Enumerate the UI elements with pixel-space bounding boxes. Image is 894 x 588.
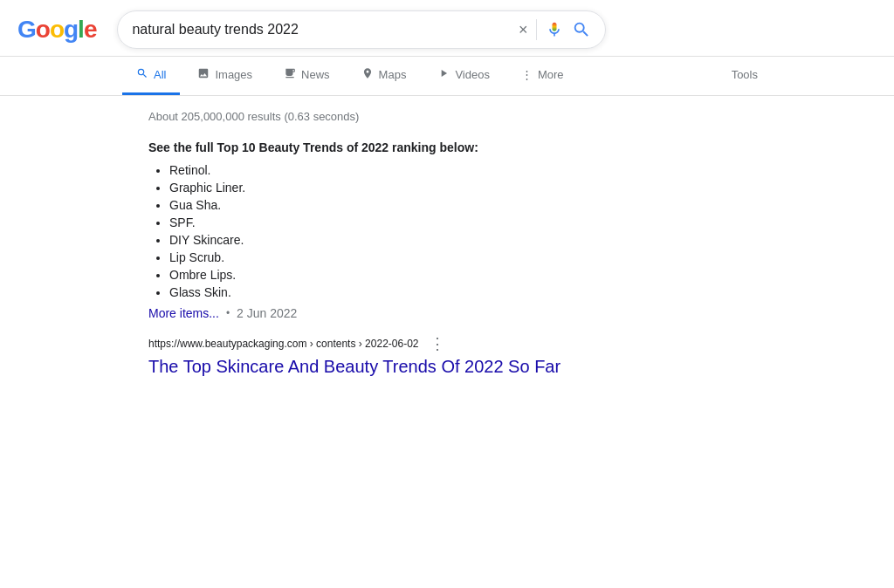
- search-box: natural beauty trends 2022 ×: [117, 10, 606, 49]
- snippet-list: Retinol. Graphic Liner. Gua Sha. SPF. DI…: [148, 163, 637, 299]
- more-icon: ⋮: [521, 68, 533, 81]
- list-item: Gua Sha.: [169, 198, 637, 212]
- clear-icon[interactable]: ×: [519, 22, 528, 38]
- tab-more-label: More: [538, 68, 564, 81]
- logo-l: l: [78, 16, 84, 44]
- tab-images[interactable]: Images: [183, 57, 266, 95]
- videos-icon: [437, 67, 450, 82]
- list-item: Ombre Lips.: [169, 268, 637, 282]
- results-area: About 205,000,000 results (0.63 seconds)…: [0, 96, 786, 392]
- list-item: Graphic Liner.: [169, 181, 637, 195]
- list-item: SPF.: [169, 215, 637, 229]
- snippet-footer: More items... • 2 Jun 2022: [148, 306, 637, 320]
- snippet-heading: See the full Top 10 Beauty Trends of 202…: [148, 140, 637, 154]
- list-item: DIY Skincare.: [169, 233, 637, 247]
- tab-news-label: News: [301, 68, 330, 81]
- more-items-link[interactable]: More items...: [148, 306, 219, 320]
- featured-snippet: See the full Top 10 Beauty Trends of 202…: [148, 140, 637, 320]
- result-more-options-icon[interactable]: ⋮: [430, 334, 445, 353]
- logo-o1: o: [36, 16, 50, 44]
- logo-g2: g: [64, 16, 78, 44]
- search-button-icon[interactable]: [572, 20, 591, 39]
- tab-maps[interactable]: Maps: [347, 57, 421, 95]
- results-count: About 205,000,000 results (0.63 seconds): [148, 110, 637, 123]
- search-divider: [536, 19, 537, 40]
- all-icon: [136, 67, 148, 82]
- search-input[interactable]: natural beauty trends 2022: [132, 22, 509, 38]
- result-url-bar: https://www.beautypackaging.com › conten…: [148, 334, 637, 353]
- tab-news[interactable]: News: [270, 57, 344, 95]
- news-icon: [284, 67, 296, 82]
- tab-images-label: Images: [215, 68, 252, 81]
- result-title[interactable]: The Top Skincare And Beauty Trends Of 20…: [148, 357, 560, 376]
- nav-tabs: All Images News Maps Videos ⋮ More Tools: [0, 57, 894, 96]
- tab-videos[interactable]: Videos: [423, 57, 504, 95]
- maps-icon: [361, 67, 374, 82]
- list-item: Glass Skin.: [169, 285, 637, 299]
- snippet-date: 2 Jun 2022: [237, 306, 297, 320]
- result-item-1: https://www.beautypackaging.com › conten…: [148, 334, 637, 378]
- logo-o2: o: [50, 16, 64, 44]
- list-item: Retinol.: [169, 163, 637, 177]
- logo-g: G: [17, 16, 36, 44]
- tab-videos-label: Videos: [455, 68, 490, 81]
- tab-maps-label: Maps: [379, 68, 407, 81]
- list-item: Lip Scrub.: [169, 250, 637, 264]
- search-icons: ×: [519, 19, 592, 40]
- tab-all[interactable]: All: [122, 57, 180, 95]
- logo-e: e: [84, 16, 97, 44]
- tab-more[interactable]: ⋮ More: [507, 58, 578, 94]
- images-icon: [197, 67, 210, 82]
- mic-icon[interactable]: [546, 21, 563, 38]
- google-logo[interactable]: Google: [17, 16, 96, 44]
- result-url: https://www.beautypackaging.com › conten…: [148, 338, 419, 350]
- tab-tools[interactable]: Tools: [718, 58, 772, 94]
- header: Google natural beauty trends 2022 ×: [0, 0, 894, 57]
- tab-all-label: All: [154, 68, 166, 81]
- bullet-separator: •: [226, 307, 230, 319]
